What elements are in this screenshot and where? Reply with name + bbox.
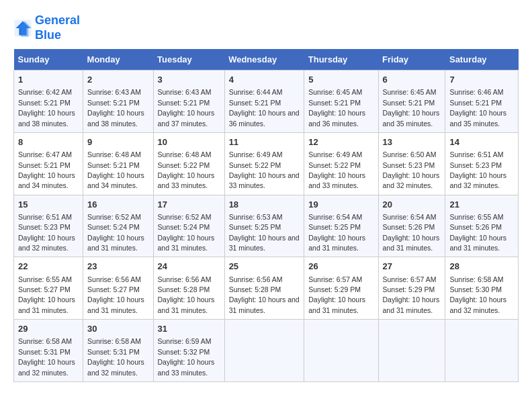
calendar-cell: 6 Sunrise: 6:45 AM Sunset: 5:21 PM Dayli… — [378, 71, 445, 133]
day-number: 20 — [383, 199, 441, 211]
daylight-info: Daylight: 10 hours and 31 minutes. — [449, 234, 506, 252]
calendar-cell: 20 Sunrise: 6:54 AM Sunset: 5:26 PM Dayl… — [378, 195, 445, 257]
day-number: 7 — [449, 74, 514, 86]
sunset-info: Sunset: 5:27 PM — [87, 285, 140, 293]
daylight-info: Daylight: 10 hours and 35 minutes. — [383, 109, 440, 127]
daylight-info: Daylight: 10 hours and 32 minutes. — [18, 358, 75, 376]
sunset-info: Sunset: 5:21 PM — [308, 99, 361, 107]
sunset-info: Sunset: 5:29 PM — [308, 285, 361, 293]
sunset-info: Sunset: 5:22 PM — [158, 161, 210, 169]
sunrise-info: Sunrise: 6:54 AM — [308, 213, 362, 221]
logo-text: General Blue — [35, 13, 80, 42]
sunrise-info: Sunrise: 6:58 AM — [449, 275, 503, 283]
daylight-info: Daylight: 10 hours and 31 minutes. — [229, 234, 300, 252]
day-number: 13 — [383, 136, 441, 148]
header-row: SundayMondayTuesdayWednesdayThursdayFrid… — [14, 49, 519, 71]
week-row-5: 29 Sunrise: 6:58 AM Sunset: 5:31 PM Dayl… — [14, 320, 519, 382]
day-number: 1 — [18, 74, 79, 86]
daylight-info: Daylight: 10 hours and 37 minutes. — [158, 109, 215, 127]
day-number: 14 — [449, 136, 514, 148]
sunrise-info: Sunrise: 6:51 AM — [18, 213, 72, 221]
calendar-cell: 24 Sunrise: 6:56 AM Sunset: 5:28 PM Dayl… — [153, 257, 224, 320]
daylight-info: Daylight: 10 hours and 32 minutes. — [449, 171, 506, 189]
sunset-info: Sunset: 5:26 PM — [449, 223, 502, 231]
calendar-body: 1 Sunrise: 6:42 AM Sunset: 5:21 PM Dayli… — [14, 71, 519, 382]
sunset-info: Sunset: 5:21 PM — [383, 99, 435, 107]
sunset-info: Sunset: 5:21 PM — [18, 161, 71, 169]
day-number: 15 — [18, 199, 79, 211]
daylight-info: Daylight: 10 hours and 33 minutes. — [158, 358, 215, 376]
calendar-cell: 15 Sunrise: 6:51 AM Sunset: 5:23 PM Dayl… — [14, 195, 83, 257]
sunrise-info: Sunrise: 6:58 AM — [87, 337, 141, 345]
daylight-info: Daylight: 10 hours and 31 minutes. — [308, 295, 365, 314]
week-row-2: 8 Sunrise: 6:47 AM Sunset: 5:21 PM Dayli… — [14, 132, 519, 195]
week-row-1: 1 Sunrise: 6:42 AM Sunset: 5:21 PM Dayli… — [14, 71, 519, 133]
sunrise-info: Sunrise: 6:59 AM — [158, 337, 212, 345]
calendar-cell: 22 Sunrise: 6:55 AM Sunset: 5:27 PM Dayl… — [14, 257, 83, 320]
day-number: 11 — [229, 136, 300, 148]
logo-icon — [13, 19, 32, 38]
calendar-cell: 14 Sunrise: 6:51 AM Sunset: 5:23 PM Dayl… — [445, 132, 519, 195]
day-number: 26 — [308, 261, 373, 273]
sunrise-info: Sunrise: 6:45 AM — [383, 88, 437, 96]
daylight-info: Daylight: 10 hours and 31 minutes. — [158, 234, 215, 252]
day-number: 18 — [229, 199, 300, 211]
calendar-cell: 9 Sunrise: 6:48 AM Sunset: 5:21 PM Dayli… — [83, 132, 153, 195]
daylight-info: Daylight: 10 hours and 32 minutes. — [449, 295, 506, 314]
sunrise-info: Sunrise: 6:43 AM — [158, 88, 212, 96]
daylight-info: Daylight: 10 hours and 31 minutes. — [229, 295, 300, 314]
daylight-info: Daylight: 10 hours and 31 minutes. — [308, 234, 365, 252]
calendar-cell: 19 Sunrise: 6:54 AM Sunset: 5:25 PM Dayl… — [304, 195, 378, 257]
day-number: 28 — [449, 261, 514, 273]
day-number: 24 — [158, 261, 220, 273]
sunset-info: Sunset: 5:25 PM — [229, 223, 281, 231]
sunrise-info: Sunrise: 6:56 AM — [229, 275, 283, 283]
daylight-info: Daylight: 10 hours and 31 minutes. — [383, 234, 440, 252]
daylight-info: Daylight: 10 hours and 31 minutes. — [18, 295, 75, 314]
daylight-info: Daylight: 10 hours and 31 minutes. — [87, 234, 144, 252]
sunset-info: Sunset: 5:32 PM — [158, 348, 210, 356]
calendar-cell: 3 Sunrise: 6:43 AM Sunset: 5:21 PM Dayli… — [153, 71, 224, 133]
calendar-cell: 5 Sunrise: 6:45 AM Sunset: 5:21 PM Dayli… — [304, 71, 378, 133]
sunrise-info: Sunrise: 6:51 AM — [449, 150, 503, 158]
daylight-info: Daylight: 10 hours and 33 minutes. — [229, 171, 300, 189]
day-number: 3 — [158, 74, 220, 86]
day-number: 19 — [308, 199, 373, 211]
sunset-info: Sunset: 5:24 PM — [158, 223, 210, 231]
calendar-cell: 7 Sunrise: 6:46 AM Sunset: 5:21 PM Dayli… — [445, 71, 519, 133]
sunrise-info: Sunrise: 6:58 AM — [18, 337, 72, 345]
sunrise-info: Sunrise: 6:48 AM — [158, 150, 212, 158]
sunrise-info: Sunrise: 6:43 AM — [87, 88, 141, 96]
calendar-cell: 21 Sunrise: 6:55 AM Sunset: 5:26 PM Dayl… — [445, 195, 519, 257]
sunrise-info: Sunrise: 6:48 AM — [87, 150, 141, 158]
sunset-info: Sunset: 5:21 PM — [87, 99, 140, 107]
day-number: 12 — [308, 136, 373, 148]
calendar-cell: 18 Sunrise: 6:53 AM Sunset: 5:25 PM Dayl… — [224, 195, 304, 257]
day-number: 23 — [87, 261, 148, 273]
day-number: 17 — [158, 199, 220, 211]
calendar-header: SundayMondayTuesdayWednesdayThursdayFrid… — [14, 49, 519, 71]
sunrise-info: Sunrise: 6:54 AM — [383, 213, 437, 221]
calendar-cell: 16 Sunrise: 6:52 AM Sunset: 5:24 PM Dayl… — [83, 195, 153, 257]
sunset-info: Sunset: 5:23 PM — [18, 223, 71, 231]
page-header: General Blue — [13, 13, 519, 42]
weekday-header-wednesday: Wednesday — [224, 49, 304, 71]
calendar-cell: 4 Sunrise: 6:44 AM Sunset: 5:21 PM Dayli… — [224, 71, 304, 133]
sunset-info: Sunset: 5:28 PM — [158, 285, 210, 293]
calendar-cell — [445, 320, 519, 382]
day-number: 30 — [87, 323, 148, 335]
sunset-info: Sunset: 5:21 PM — [87, 161, 140, 169]
sunset-info: Sunset: 5:22 PM — [229, 161, 281, 169]
calendar-cell: 17 Sunrise: 6:52 AM Sunset: 5:24 PM Dayl… — [153, 195, 224, 257]
daylight-info: Daylight: 10 hours and 32 minutes. — [383, 171, 440, 189]
daylight-info: Daylight: 10 hours and 33 minutes. — [158, 171, 215, 189]
daylight-info: Daylight: 10 hours and 32 minutes. — [87, 358, 144, 376]
sunset-info: Sunset: 5:28 PM — [229, 285, 281, 293]
calendar-cell: 26 Sunrise: 6:57 AM Sunset: 5:29 PM Dayl… — [304, 257, 378, 320]
calendar-cell — [378, 320, 445, 382]
sunset-info: Sunset: 5:31 PM — [18, 348, 71, 356]
sunrise-info: Sunrise: 6:45 AM — [308, 88, 362, 96]
sunrise-info: Sunrise: 6:52 AM — [158, 213, 212, 221]
calendar-cell: 29 Sunrise: 6:58 AM Sunset: 5:31 PM Dayl… — [14, 320, 83, 382]
weekday-header-monday: Monday — [83, 49, 153, 71]
